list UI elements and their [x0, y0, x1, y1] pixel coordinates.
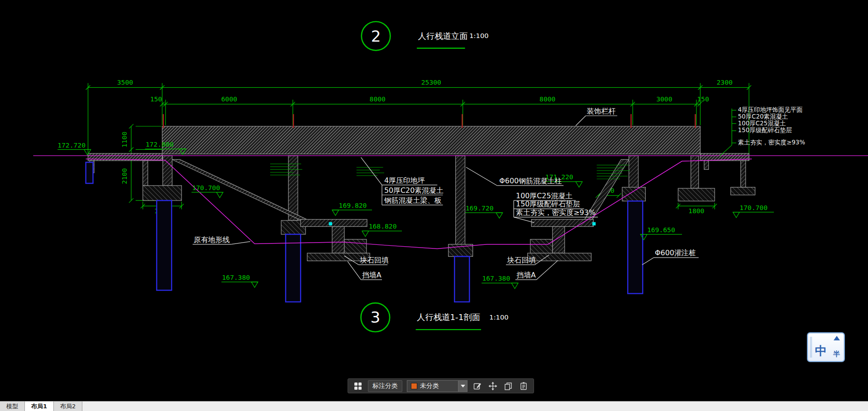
dim-3000: 3000 — [656, 95, 672, 103]
micro-annotation-cluster-mid — [357, 167, 384, 176]
label-wall-right: 挡墙A — [516, 271, 536, 279]
dim-3500: 3500 — [117, 78, 133, 86]
view-scale-text: 1:100 — [489, 313, 508, 321]
tab-layout2[interactable]: 布局2 — [54, 401, 82, 411]
ime-language-indicator[interactable]: 中 — [815, 345, 827, 357]
paste-icon[interactable] — [518, 381, 529, 392]
elev-172-800: 172.800 — [146, 140, 174, 148]
ime-drag-handle[interactable] — [810, 337, 812, 358]
annotation-grid-icon[interactable] — [353, 381, 363, 392]
elev-169-820: 169.820 — [339, 201, 367, 209]
view-number: 3 — [370, 308, 380, 326]
cad-canvas[interactable]: 2 人行栈道立面 1:100 3 人行栈道1-1剖面 1:100 — [0, 0, 868, 411]
elev-170-700-right: 170.700 — [739, 204, 768, 211]
dim-1100: 1100 — [120, 132, 128, 148]
edit-icon[interactable] — [472, 381, 483, 392]
dim-25300: 25300 — [421, 78, 441, 86]
note-line2: 50厚C20素混凝土 — [738, 113, 788, 120]
label-deck-note2: 50厚C20素混凝土 — [384, 186, 444, 195]
dim-1800-right: 1800 — [688, 207, 704, 215]
elev-172-720: 172.720 — [57, 141, 86, 149]
dim-8000-a: 8000 — [370, 95, 386, 103]
right-notes: 4厚压印地坪饰面见平面 50厚C20素混凝土 100厚C25混凝土 150厚级配… — [720, 106, 805, 156]
annotation-category-label: 标注分类 — [368, 380, 402, 392]
elev-169-650: 169.650 — [647, 226, 675, 234]
view-title-text: 人行栈道1-1剖面 — [417, 312, 480, 322]
label-deck-note1: 4厚压印地坪 — [384, 176, 425, 185]
label-rock-right: 块石回填 — [506, 256, 536, 264]
elev-167-380-left: 167.380 — [222, 273, 250, 281]
dim-2300: 2300 — [717, 78, 733, 86]
layout-tabbar: 模型 布局1 布局2 — [0, 401, 868, 411]
ime-up-arrow-icon[interactable] — [834, 336, 840, 340]
elev-168-820: 168.820 — [369, 222, 397, 230]
substructure — [90, 156, 755, 261]
label-deck-note3: 钢筋混凝土梁、板 — [384, 196, 442, 205]
label-column: Φ600钢筋混凝土柱 — [499, 177, 562, 185]
category-dropdown[interactable]: 未分类 — [407, 380, 467, 392]
category-dropdown-value: 未分类 — [420, 382, 439, 390]
dim-2100: 2100 — [120, 168, 128, 184]
tab-model[interactable]: 模型 — [0, 401, 25, 411]
view-number: 2 — [371, 27, 381, 45]
label-terrain: 原有地形线 — [194, 235, 230, 244]
category-color-swatch — [411, 383, 417, 389]
elev-169-720: 169.720 — [466, 204, 494, 212]
move-icon[interactable] — [487, 381, 498, 392]
tab-layout1[interactable]: 布局1 — [25, 401, 54, 411]
label-pile: Φ600灌注桩 — [655, 249, 696, 257]
note-line4: 150厚级配碎石垫层 — [738, 127, 792, 134]
note-line1: 4厚压印地坪饰面见平面 — [738, 106, 803, 113]
label-wall-left: 挡墙A — [362, 271, 382, 279]
note-line5: 素土夯实，密实度≥93% — [738, 139, 806, 146]
view-title-text: 人行栈道立面 — [418, 31, 468, 41]
view-title-section: 3 人行栈道1-1剖面 1:100 — [361, 303, 509, 332]
elev-170-700-left: 170.700 — [192, 184, 220, 191]
view-scale-text: 1:100 — [469, 32, 488, 39]
dim-6000: 6000 — [221, 95, 237, 103]
label-base-note3: 素土夯实，密实度≥93% — [516, 208, 596, 217]
dim-8000-b: 8000 — [539, 95, 555, 103]
view-title-elevation: 2 人行栈道立面 1:100 — [362, 22, 489, 51]
label-railing: 装饰栏杆 — [587, 107, 616, 115]
dim-150-left: 150 — [150, 95, 162, 103]
elev-167-380-right: 167.380 — [482, 274, 510, 282]
ime-status-panel[interactable]: 中 半 — [807, 332, 845, 362]
note-line3: 100厚C25混凝土 — [738, 120, 786, 127]
ime-halfwidth-indicator[interactable]: 半 — [833, 350, 840, 358]
label-base-note1: 100厚C25混凝土 — [516, 191, 572, 200]
chevron-down-icon[interactable] — [458, 381, 467, 392]
dim-150-right: 150 — [697, 95, 709, 103]
label-base-note2: 150厚级配碎石垫层 — [516, 200, 580, 208]
label-rock-left: 块石回填 — [359, 256, 389, 264]
annotation-toolbar: 标注分类 未分类 — [348, 378, 534, 393]
copy-icon[interactable] — [503, 381, 514, 392]
